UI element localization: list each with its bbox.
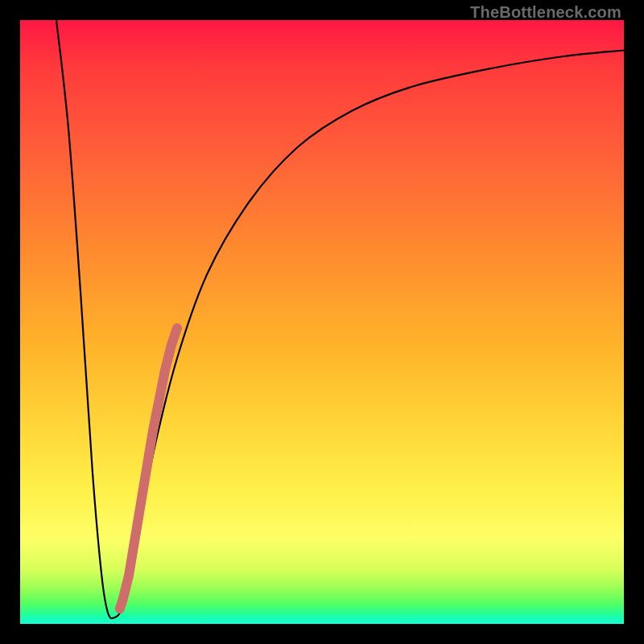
marker-segment: [120, 328, 177, 609]
watermark-text: TheBottleneck.com: [470, 3, 621, 22]
marker-group: [116, 328, 177, 613]
plot-area: [20, 20, 624, 624]
marker-dot: [116, 605, 123, 613]
chart-svg: [20, 20, 624, 624]
marker-dot: [118, 596, 127, 605]
